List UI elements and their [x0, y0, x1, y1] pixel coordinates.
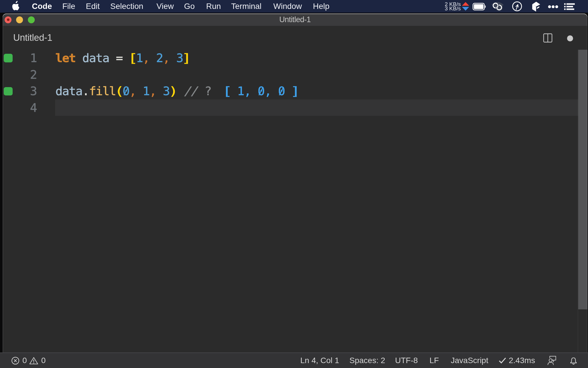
editor-scrollbar: [578, 50, 587, 352]
code-line-1[interactable]: 1let data = [1, 2, 3]: [3, 50, 587, 66]
menu-item-selection[interactable]: Selection: [110, 0, 143, 13]
menu-item-edit[interactable]: Edit: [86, 0, 100, 13]
network-speed[interactable]: 2 KB/s 3 KB/s: [445, 2, 461, 11]
quokka-time: 2.43ms: [509, 356, 535, 365]
bell-icon: [570, 356, 577, 365]
menu-item-code[interactable]: Code: [32, 0, 52, 13]
errors-icon[interactable]: [11, 357, 19, 365]
feedback-icon: [548, 356, 556, 365]
quokka-inline-output: [ 1, 0, 0 ]: [224, 84, 299, 98]
split-editor-icon[interactable]: [543, 33, 552, 43]
feedback-button[interactable]: [548, 353, 556, 368]
line-number: 3: [3, 83, 37, 99]
errors-count[interactable]: 0: [22, 356, 27, 365]
menu-item-run[interactable]: Run: [206, 0, 221, 13]
menu-item-window[interactable]: Window: [273, 0, 302, 13]
code-text: let data = [1, 2, 3]: [55, 50, 190, 66]
linked-rings-icon[interactable]: [491, 1, 504, 12]
line-number: 2: [3, 66, 37, 83]
current-line-highlight: [55, 99, 578, 116]
encoding[interactable]: UTF-8: [395, 353, 418, 368]
window-title: Untitled-1: [3, 14, 587, 26]
warnings-count[interactable]: 0: [41, 356, 46, 365]
quokka-status[interactable]: 2.43ms: [499, 353, 535, 368]
editor-header: Untitled-1: [3, 26, 587, 51]
network-down-label: 3 KB/s: [445, 6, 461, 11]
window-titlebar[interactable]: Untitled-1: [3, 14, 587, 26]
code-text: data.fill(0, 1, 3) // ?[ 1, 0, 0 ]: [55, 83, 299, 99]
menu-item-file[interactable]: File: [62, 0, 75, 13]
vscode-window: Untitled-1 Untitled-1 1let data = [1, 2,…: [3, 14, 587, 368]
cube-icon[interactable]: [532, 2, 540, 12]
network-arrows-icon: [462, 2, 469, 11]
cursor-position[interactable]: Ln 4, Col 1: [300, 353, 339, 368]
editor-tab-label[interactable]: Untitled-1: [13, 32, 52, 43]
menu-bar: Code File Edit Selection View Go Run Ter…: [0, 0, 588, 13]
ellipsis-icon[interactable]: [548, 5, 558, 8]
code-line-4[interactable]: 4: [3, 99, 587, 116]
code-editor[interactable]: 1let data = [1, 2, 3]23data.fill(0, 1, 3…: [3, 50, 587, 352]
menu-item-view[interactable]: View: [156, 0, 174, 13]
battery-icon[interactable]: [473, 3, 486, 10]
list-icon[interactable]: [564, 3, 575, 10]
status-bar: 0 0 Ln 4, Col 1 Spaces: 2 UTF-8 LF JavaS…: [0, 352, 588, 368]
menu-item-help[interactable]: Help: [313, 0, 330, 13]
language-mode[interactable]: JavaScript: [451, 353, 488, 368]
menu-item-go[interactable]: Go: [184, 0, 195, 13]
compass-icon[interactable]: [512, 1, 522, 12]
notifications-button[interactable]: [570, 353, 577, 368]
menu-bar-status-items: 2 KB/s 3 KB/s: [442, 0, 588, 13]
unsaved-indicator-dot[interactable]: [567, 35, 573, 41]
scrollbar-thumb[interactable]: [578, 50, 587, 309]
code-line-2[interactable]: 2: [3, 66, 587, 83]
check-icon: [499, 357, 506, 364]
line-number: 1: [3, 50, 37, 66]
menu-item-terminal[interactable]: Terminal: [231, 0, 262, 13]
indentation[interactable]: Spaces: 2: [349, 353, 385, 368]
warnings-icon[interactable]: [29, 357, 38, 365]
eol-sequence[interactable]: LF: [430, 353, 439, 368]
code-line-3[interactable]: 3data.fill(0, 1, 3) // ?[ 1, 0, 0 ]: [3, 83, 587, 99]
line-number: 4: [3, 99, 37, 116]
